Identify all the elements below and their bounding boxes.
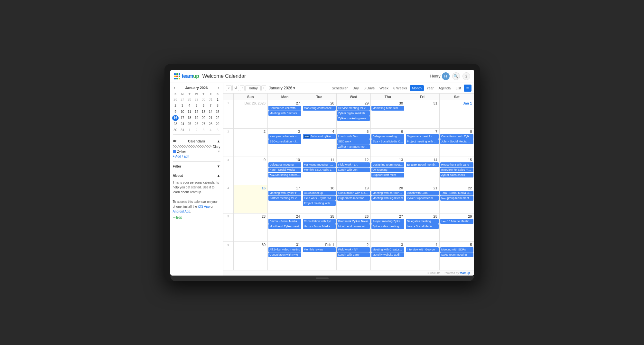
view-3days[interactable]: 3 Days xyxy=(361,85,377,91)
cal-cell[interactable]: 4 Interview with George xyxy=(405,242,440,270)
event[interactable]: 8amJohn and zylker xyxy=(303,134,336,139)
mini-day[interactable]: 11 xyxy=(186,109,193,115)
event[interactable]: Consultation with Zylker company xyxy=(440,134,473,139)
event[interactable]: Monthly website audit xyxy=(371,252,404,257)
cal-cell[interactable]: 8 Consultation with Zylker company John … xyxy=(440,129,474,157)
cal-cell[interactable]: 10 Delegates meeting Nate - Social Media… xyxy=(268,157,302,185)
view-6weeks[interactable]: 6 Weeks xyxy=(391,85,409,91)
cal-cell[interactable]: 28 Delegates meeting Leon - Social Media… xyxy=(405,213,440,241)
cal-cell[interactable]: 31 xyxy=(405,100,440,128)
event[interactable]: Monthly review xyxy=(303,247,336,252)
cal-cell[interactable]: Dec 26, 2026 xyxy=(234,100,268,128)
event[interactable]: Project meeting with Zylker tech xyxy=(303,201,336,206)
cal-cell[interactable]: 20 Meeting with co-founders Meeting with… xyxy=(371,185,405,213)
event[interactable]: Support staff meet xyxy=(371,173,404,177)
cal-cell[interactable]: 27 Project meeting Zylker Finance Zylker… xyxy=(371,213,405,241)
event[interactable]: Sales team meeting xyxy=(440,252,473,257)
today-button[interactable]: Today xyxy=(245,85,260,91)
calendar-item-diary[interactable]: Diary xyxy=(173,144,220,149)
event[interactable]: Elza - Social Media Consultation xyxy=(371,139,404,144)
mini-day[interactable]: 3 xyxy=(179,103,186,109)
add-edit-link[interactable]: + Add / Edit xyxy=(173,154,220,159)
mini-day[interactable]: 2 xyxy=(172,103,179,109)
event[interactable]: Field work - Zylker Miami xyxy=(303,196,336,201)
mini-day[interactable]: 28 xyxy=(207,121,214,127)
event[interactable]: New year schedule meet xyxy=(268,134,301,139)
cal-cell[interactable]: 6 Delegates meeting Elza - Social Media … xyxy=(371,129,405,157)
cal-cell[interactable]: 21 Lunch with Gina Zylker Support team m… xyxy=(405,185,440,213)
event[interactable]: Meeting with legal team xyxy=(371,196,404,201)
search-button[interactable]: 🔍 xyxy=(452,72,460,80)
mini-day[interactable]: 29 xyxy=(193,97,200,103)
event[interactable]: CEOs meet up xyxy=(303,191,336,195)
event[interactable]: Zylker digital marketing meeting xyxy=(337,111,370,116)
cal-cell[interactable]: 9 xyxy=(234,157,268,185)
cal-cell[interactable]: 15 House hunt with Jane Interview for Sa… xyxy=(440,157,474,185)
mini-day[interactable]: 20 xyxy=(200,115,207,121)
ios-link[interactable]: iOS App xyxy=(198,205,210,208)
mini-day[interactable]: 24 xyxy=(179,121,186,127)
mini-day[interactable]: 4 xyxy=(186,103,193,109)
event[interactable]: Organizers meet for workcation xyxy=(337,196,370,201)
event[interactable]: Lunch with Larry xyxy=(337,252,370,257)
mini-day[interactable]: 9 xyxy=(172,109,179,115)
event[interactable]: Lunch with Dan xyxy=(337,134,370,139)
event[interactable]: 1am 15 Minute Meeting — ela s xyxy=(440,219,473,224)
mini-day[interactable]: 10 xyxy=(179,109,186,115)
event[interactable]: Designing team meet - Zylker xyxy=(371,162,404,167)
nav-first[interactable]: « xyxy=(226,85,232,91)
event[interactable]: Organizers meet for event xyxy=(406,134,439,139)
event[interactable]: Q4 Meeting xyxy=(371,168,404,172)
event[interactable]: Harry - Social Media Consultation xyxy=(303,224,336,229)
mini-day[interactable]: 4 xyxy=(207,127,214,133)
cal-refresh[interactable]: ↺ xyxy=(232,85,239,91)
mini-day[interactable]: 31 xyxy=(179,127,186,133)
mini-day[interactable]: 27 xyxy=(179,97,186,103)
event[interactable]: Lunch with Gina xyxy=(406,191,439,195)
event[interactable]: Interview with George xyxy=(406,247,439,252)
event[interactable]: SEO work xyxy=(337,139,370,144)
event[interactable]: Marketing conference kickoff xyxy=(303,106,336,111)
view-week[interactable]: Week xyxy=(377,85,391,91)
event[interactable]: Project meeting with digital team xyxy=(406,139,439,144)
event[interactable]: Delegates meeting xyxy=(406,219,439,224)
event[interactable]: Conference call with Zylker India xyxy=(268,106,301,111)
event[interactable]: Zylker Support team meeting xyxy=(406,196,439,201)
cal-cell[interactable]: 30 xyxy=(234,242,268,270)
mini-day[interactable]: 13 xyxy=(200,109,207,115)
event[interactable]: Emma - Social Media Consultation xyxy=(268,219,301,224)
mini-cal-next[interactable]: › xyxy=(217,85,220,91)
mini-day[interactable]: 14 xyxy=(207,109,214,115)
mini-day[interactable]: 26 xyxy=(172,97,179,103)
mini-day[interactable]: 19 xyxy=(193,115,200,121)
event[interactable]: House hunt with Jane xyxy=(440,162,473,167)
event[interactable]: Marketing brain storm session xyxy=(371,106,404,111)
event[interactable]: Consultation with a company for b xyxy=(337,191,370,195)
mini-day[interactable]: 25 xyxy=(186,121,193,127)
mini-day[interactable]: 21 xyxy=(207,115,214,121)
cal-cell[interactable]: 29 1am 15 Minute Meeting — ela s xyxy=(440,213,474,241)
event[interactable]: Interview for Sales manager role xyxy=(440,168,473,172)
event[interactable]: John - Social Media Consultation xyxy=(440,139,473,144)
event[interactable]: Meeting with Emma's parents xyxy=(268,111,301,116)
event[interactable]: Zylker sales check xyxy=(440,173,473,177)
cal-cell[interactable]: 27 Conference call with Zylker India Mee… xyxy=(268,100,302,128)
cal-cell[interactable]: 23 xyxy=(234,213,268,241)
event[interactable]: Delegates meeting xyxy=(371,134,404,139)
event[interactable]: Meeting with Creators of today xyxy=(371,247,404,252)
mini-day[interactable]: 26 xyxy=(193,121,200,127)
view-scheduler[interactable]: Scheduler xyxy=(330,85,350,91)
mini-day[interactable]: 7 xyxy=(207,103,214,109)
event[interactable]: Filed work Zylker Texas xyxy=(337,219,370,224)
view-menu-button[interactable]: ≡ xyxy=(464,85,471,92)
event[interactable]: Zylker sales meeting xyxy=(371,224,404,229)
cal-cell[interactable]: 22 Tara - Social Media Consultation 9am … xyxy=(440,185,474,213)
mini-day[interactable]: 1 xyxy=(186,127,193,133)
mini-day[interactable]: 1 xyxy=(214,97,221,103)
cal-cell[interactable]: 3 New year schedule meet SEO consultatio… xyxy=(268,129,302,157)
cal-cell[interactable]: 28 Marketing conference kickoff xyxy=(302,100,337,128)
cal-cell[interactable]: 3 Meeting with Creators of today Monthly… xyxy=(371,242,405,270)
event[interactable]: Meeting with Zylker HR team xyxy=(268,191,301,195)
event[interactable]: Lunch with Jen xyxy=(337,168,370,172)
event[interactable]: 12:30pm Board members meeting xyxy=(406,162,439,167)
